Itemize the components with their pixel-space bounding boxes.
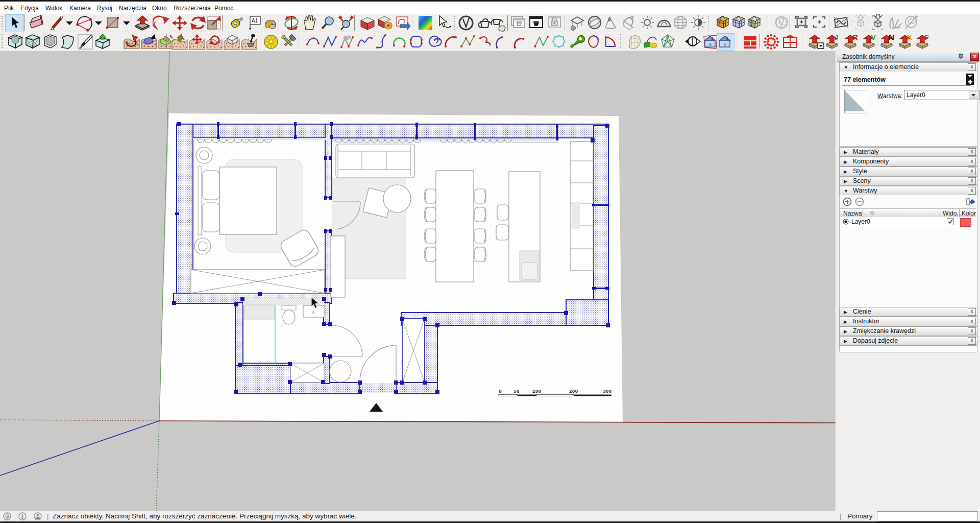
svg-text:R: R [852, 33, 858, 41]
svg-text:V: V [871, 33, 876, 41]
svg-text:100: 100 [532, 389, 541, 394]
svg-text:F: F [924, 33, 929, 41]
svg-text:0: 0 [499, 389, 502, 394]
svg-text:200: 200 [569, 389, 578, 394]
svg-text:J: J [834, 33, 838, 41]
svg-text:300: 300 [603, 389, 611, 394]
svg-text:50: 50 [513, 389, 520, 394]
svg-text:X: X [907, 33, 912, 41]
svg-text:N: N [889, 33, 894, 41]
svg-text:A1: A1 [252, 18, 258, 23]
